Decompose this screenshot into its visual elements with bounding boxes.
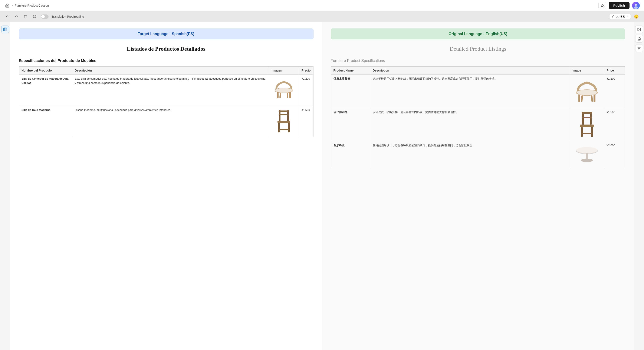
col-header-pdesc: Description — [370, 67, 570, 74]
svg-rect-43 — [582, 133, 592, 134]
col-header-price: Precio — [299, 67, 313, 74]
left-page-title: Listados de Productos Detallados — [19, 46, 314, 52]
publish-button[interactable]: Publish — [609, 2, 630, 9]
breadcrumb-separator: › — [12, 4, 13, 7]
product-desc-1: Esta silla de comedor está hecha de made… — [72, 74, 269, 106]
svg-point-8 — [612, 17, 612, 17]
right-panel: Original Language - English(US) Detailed… — [322, 22, 634, 350]
original-lang-header: Original Language - English(US) — [331, 28, 626, 40]
wood-chair-svg-left — [274, 108, 294, 134]
svg-rect-24 — [278, 110, 289, 112]
round-chair-svg-right — [573, 77, 601, 104]
svg-point-1 — [635, 4, 637, 6]
r-product-desc-1: 这款餐椅采用优质木材制成，展现出精致而简约的设计。适合家庭或办公环境使用，提供舒… — [370, 74, 570, 108]
r-product-name-3: 圆形餐桌 — [331, 141, 370, 168]
undo-button[interactable] — [4, 13, 11, 20]
svg-rect-46 — [586, 153, 588, 159]
svg-rect-29 — [278, 129, 289, 130]
doc-panel-icon[interactable] — [635, 35, 643, 42]
right-side-panel — [634, 22, 644, 350]
product-desc-2: Diseño moderno, multifuncional, adecuada… — [72, 106, 269, 137]
svg-rect-34 — [591, 96, 593, 102]
r-product-name-1: 优质木质餐椅 — [331, 74, 370, 108]
svg-point-21 — [275, 88, 292, 92]
product-name-2: Silla de Ocio Moderna — [19, 106, 72, 137]
r-product-price-2: ¥1,500 — [604, 108, 625, 141]
lang-selector-label: es (ES) — [616, 15, 625, 18]
right-product-table: Product Name Description Image Price 优质木… — [331, 66, 626, 168]
r-product-image-2 — [570, 108, 604, 141]
language-selector[interactable]: es (ES) — [609, 14, 631, 19]
r-product-price-3: ¥2,000 — [604, 141, 625, 168]
left-section-heading: Especificaciones del Producto de Muebles — [19, 58, 314, 63]
svg-rect-31 — [578, 95, 580, 102]
product-price-1: ¥1,200 — [299, 74, 313, 106]
svg-rect-42 — [591, 127, 593, 137]
svg-rect-38 — [582, 112, 592, 114]
r-product-image-3 — [570, 141, 604, 168]
round-chair-svg-left — [272, 77, 296, 102]
svg-rect-19 — [280, 92, 281, 98]
save-button[interactable] — [22, 13, 29, 20]
nav-left: › Furniture Product Catalog — [4, 2, 49, 8]
translation-toggle[interactable] — [41, 14, 48, 19]
panels-container: Target Language - Spanish(ES) Listados d… — [10, 22, 634, 350]
svg-point-47 — [581, 158, 593, 162]
svg-rect-18 — [289, 92, 291, 98]
avatar — [632, 2, 640, 9]
table-row: Silla de Ocio Moderna Diseño moderno, mu… — [19, 106, 314, 137]
main-content: Target Language - Spanish(ES) Listados d… — [0, 22, 644, 350]
svg-rect-25 — [278, 114, 289, 116]
svg-rect-33 — [581, 96, 583, 102]
svg-point-45 — [576, 147, 598, 153]
svg-rect-23 — [287, 110, 289, 122]
svg-point-49 — [638, 28, 639, 29]
left-product-table: Nombre del Producto Descripción Imagen P… — [19, 66, 314, 137]
col-header-pname: Product Name — [331, 67, 370, 74]
top-nav: › Furniture Product Catalog Publish — [0, 0, 644, 11]
r-product-image-1 — [570, 74, 604, 108]
breadcrumb-text: Furniture Product Catalog — [15, 4, 49, 7]
col-header-image: Imagen — [269, 67, 299, 74]
product-image-2 — [269, 106, 299, 137]
wood-chair-svg-right — [576, 110, 598, 138]
svg-point-35 — [577, 90, 597, 95]
svg-rect-36 — [582, 112, 584, 125]
table-row: 优质木质餐椅 这款餐椅采用优质木材制成，展现出精致而简约的设计。适合家庭或办公环… — [331, 74, 625, 108]
left-panel: Target Language - Spanish(ES) Listados d… — [10, 22, 322, 350]
table-row: Silla de Comedor de Madera de Alta Calid… — [19, 74, 314, 106]
round-table-svg — [574, 143, 600, 164]
sparkle-panel-icon[interactable] — [635, 44, 643, 52]
image-panel-icon[interactable] — [635, 26, 643, 33]
svg-rect-37 — [590, 112, 592, 125]
target-lang-header: Target Language - Spanish(ES) — [19, 28, 314, 40]
film-icon[interactable] — [1, 26, 9, 33]
svg-point-4 — [33, 15, 36, 18]
redo-button[interactable] — [13, 13, 20, 20]
palette-button[interactable] — [31, 13, 38, 20]
toolbar-label: Translation Proofreading — [52, 15, 84, 18]
target-lang-label: Target Language - Spanish(ES) — [138, 32, 194, 36]
svg-rect-40 — [580, 124, 594, 127]
r-product-price-1: ¥1,200 — [604, 74, 625, 108]
sparkle-button[interactable] — [598, 2, 606, 9]
right-page-title: Detailed Product Listings — [331, 46, 626, 52]
emoji-button[interactable]: 🙂 — [633, 13, 640, 20]
svg-rect-26 — [278, 121, 290, 123]
nav-right: Publish — [598, 2, 640, 9]
col-header-pimage: Image — [570, 67, 604, 74]
product-image-1 — [269, 74, 299, 106]
svg-rect-39 — [582, 117, 592, 118]
col-header-pprice: Price — [604, 67, 625, 74]
svg-rect-20 — [287, 92, 288, 98]
right-section-heading: Furniture Product Specifications — [331, 58, 626, 63]
r-product-desc-2: 设计现代，功能多样，适合各种室内环境，提供优越的支撑和舒适性。 — [370, 108, 570, 141]
product-price-2: ¥1,500 — [299, 106, 313, 137]
home-icon[interactable] — [4, 2, 10, 8]
toolbar: Translation Proofreading es (ES) 🙂 — [0, 11, 644, 22]
svg-rect-17 — [277, 92, 278, 98]
toolbar-right: es (ES) 🙂 — [609, 13, 640, 20]
svg-point-2 — [634, 6, 638, 9]
svg-rect-22 — [279, 110, 280, 122]
product-name-1: Silla de Comedor de Madera de Alta Calid… — [19, 74, 72, 106]
